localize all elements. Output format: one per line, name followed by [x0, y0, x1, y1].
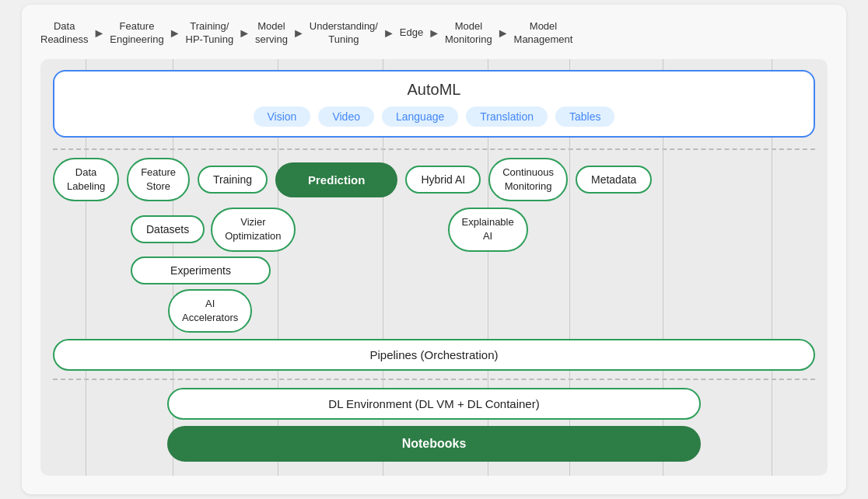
- main-container: Data Readiness ► Feature Engineering ► T…: [22, 5, 846, 494]
- automl-box: AutoML Vision Video Language Translation…: [53, 70, 815, 138]
- pill-notebooks: Notebooks: [167, 426, 701, 462]
- nav-arrow-3: ►: [238, 26, 250, 40]
- pill-explainable-ai: ExplainableAI: [448, 208, 528, 251]
- pill-metadata: Metadata: [576, 166, 652, 194]
- chip-language: Language: [382, 106, 458, 127]
- automl-title: AutoML: [67, 81, 801, 99]
- chip-video: Video: [318, 106, 374, 127]
- nav-item-model-monitoring: Model Monitoring: [445, 20, 492, 47]
- nav-item-edge: Edge: [400, 26, 423, 40]
- pill-continuous-monitoring: ContinuousMonitoring: [488, 158, 568, 201]
- pill-feature-store: FeatureStore: [127, 158, 190, 201]
- nav-item-feature-engineering: Feature Engineering: [110, 20, 163, 47]
- automl-chips: Vision Video Language Translation Tables: [67, 106, 801, 127]
- chip-tables: Tables: [555, 106, 614, 127]
- mid-section: DataLabeling FeatureStore Training Predi…: [53, 158, 815, 333]
- nav-arrow-7: ►: [497, 26, 509, 40]
- nav-item-data-readiness: Data Readiness: [40, 20, 88, 47]
- chip-translation: Translation: [466, 106, 548, 127]
- nav-arrow-4: ►: [292, 26, 305, 40]
- nav-item-understanding: Understanding/ Tuning: [310, 20, 378, 47]
- pill-data-labeling: DataLabeling: [53, 158, 119, 201]
- dashed-sep-2: [53, 379, 815, 380]
- chip-vision: Vision: [254, 106, 311, 127]
- pill-experiments: Experiments: [131, 256, 271, 284]
- nav-arrow-2: ►: [169, 26, 181, 40]
- pill-prediction: Prediction: [275, 162, 397, 197]
- pill-ai-accelerators: AIAccelerators: [168, 289, 252, 333]
- pipelines-row: Pipelines (Orchestration): [53, 339, 815, 371]
- pill-dl-env: DL Environment (DL VM + DL Container): [167, 388, 701, 420]
- bottom-section: DL Environment (DL VM + DL Container) No…: [53, 388, 815, 462]
- pill-hybrid-ai: Hybrid AI: [405, 166, 481, 194]
- nav-arrow-6: ►: [428, 26, 440, 40]
- main-items-row: DataLabeling FeatureStore Training Predi…: [53, 158, 815, 201]
- nav-item-training: Training/ HP-Tuning: [186, 20, 234, 47]
- nav-item-model-management: Model Management: [514, 20, 573, 47]
- pill-pipelines: Pipelines (Orchestration): [53, 339, 815, 371]
- dashed-sep-1: [53, 148, 815, 150]
- nav-arrow-5: ►: [383, 26, 395, 40]
- pill-datasets: Datasets: [131, 215, 205, 243]
- nav-arrow-1: ►: [93, 26, 105, 40]
- top-nav: Data Readiness ► Feature Engineering ► T…: [40, 20, 828, 47]
- pill-training: Training: [198, 166, 268, 194]
- nav-item-model-serving: Model serving: [255, 20, 288, 47]
- diagram: AutoML Vision Video Language Translation…: [40, 59, 828, 476]
- pill-vizier: VizierOptimization: [211, 208, 295, 251]
